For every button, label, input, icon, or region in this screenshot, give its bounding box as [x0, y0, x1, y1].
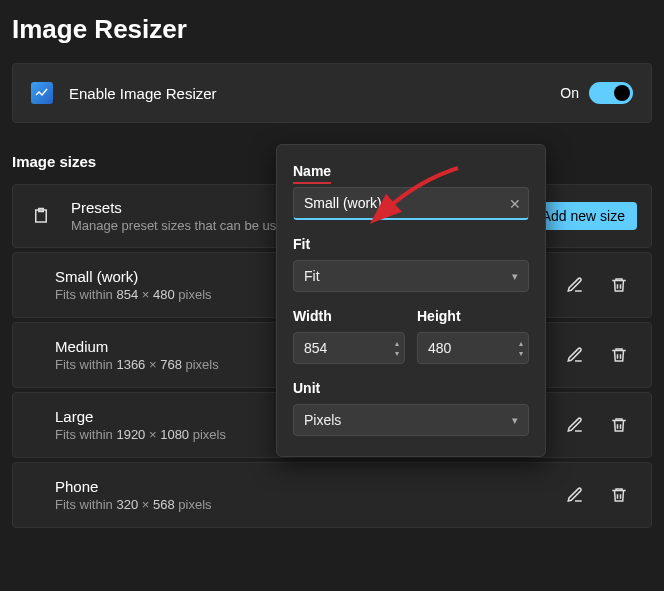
- edit-size-button[interactable]: [557, 267, 593, 303]
- height-spinner[interactable]: ▴▾: [519, 339, 523, 358]
- delete-size-button[interactable]: [601, 337, 637, 373]
- clear-name-button[interactable]: ✕: [509, 196, 521, 212]
- enable-toggle[interactable]: [589, 82, 633, 104]
- width-input[interactable]: [293, 332, 405, 364]
- delete-size-button[interactable]: [601, 477, 637, 513]
- enable-card: Enable Image Resizer On: [12, 63, 652, 123]
- width-spinner[interactable]: ▴▾: [395, 339, 399, 358]
- edit-size-button[interactable]: [557, 407, 593, 443]
- name-label: Name: [293, 163, 529, 179]
- height-label: Height: [417, 308, 529, 324]
- edit-size-button[interactable]: [557, 477, 593, 513]
- unit-value: Pixels: [304, 412, 341, 428]
- height-input[interactable]: [417, 332, 529, 364]
- chevron-down-icon: ▾: [512, 270, 518, 283]
- page-title: Image Resizer: [0, 0, 664, 45]
- name-input[interactable]: [293, 187, 529, 220]
- enable-label: Enable Image Resizer: [69, 85, 560, 102]
- edit-preset-popup: Name ✕ Fit Fit ▾ Width ▴▾ Height ▴▾ Unit…: [276, 144, 546, 457]
- fit-value: Fit: [304, 268, 320, 284]
- presets-icon: [27, 207, 55, 225]
- fit-label: Fit: [293, 236, 529, 252]
- size-dimensions: Fits within 320 × 568 pixels: [55, 497, 549, 512]
- unit-label: Unit: [293, 380, 529, 396]
- size-row: Phone Fits within 320 × 568 pixels: [12, 462, 652, 528]
- image-resizer-icon: [31, 82, 53, 104]
- delete-size-button[interactable]: [601, 407, 637, 443]
- size-name: Phone: [55, 478, 549, 495]
- delete-size-button[interactable]: [601, 267, 637, 303]
- toggle-state-text: On: [560, 85, 579, 101]
- width-label: Width: [293, 308, 405, 324]
- unit-select[interactable]: Pixels ▾: [293, 404, 529, 436]
- edit-size-button[interactable]: [557, 337, 593, 373]
- fit-select[interactable]: Fit ▾: [293, 260, 529, 292]
- chevron-down-icon: ▾: [512, 414, 518, 427]
